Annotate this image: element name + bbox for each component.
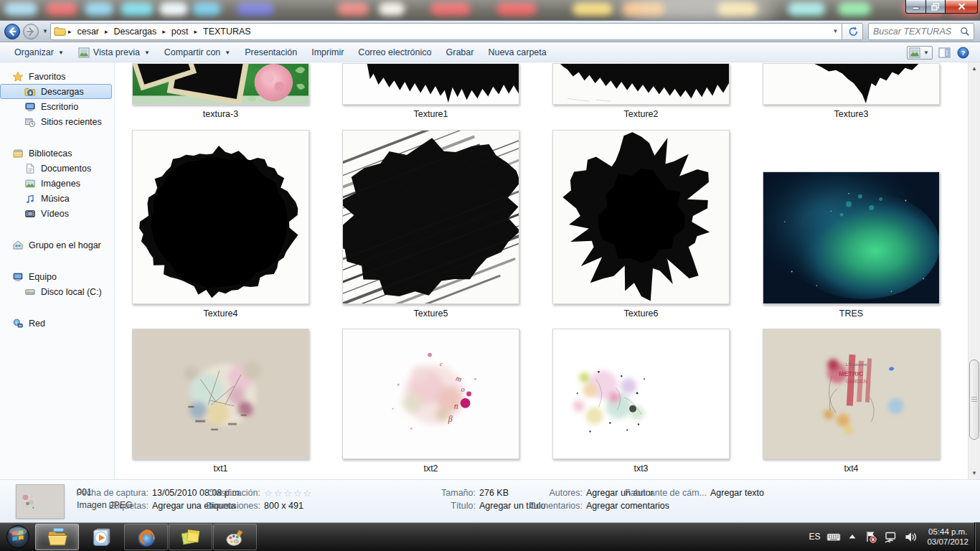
search-icon[interactable] [956, 24, 974, 39]
file-thumbnail-texture6[interactable] [552, 130, 730, 304]
file-label-texture1[interactable]: Texture1 [342, 108, 519, 120]
scrollbar-thumb[interactable] [969, 359, 979, 440]
address-dropdown-icon[interactable]: ▼ [829, 24, 842, 39]
show-desktop-button[interactable] [974, 522, 980, 551]
sidebar-item-sitios-recientes[interactable]: Sitios recientes [0, 114, 112, 129]
file-label-texture6[interactable]: Texture6 [552, 308, 730, 319]
back-button[interactable] [4, 23, 21, 40]
sidebar-item-equipo[interactable]: Equipo [0, 269, 114, 284]
file-thumbnail-txt1[interactable] [132, 329, 309, 459]
toolbar-item-grabar[interactable]: Grabar [439, 44, 481, 60]
taskbar-clock[interactable]: 05:44 p.m. 03/07/2012 [924, 527, 971, 547]
breadcrumb-arrow-icon[interactable]: ▸ [160, 28, 168, 35]
toolbar-item-nueva-carpeta[interactable]: Nueva carpeta [481, 44, 553, 60]
taskbar-app-sticky-notes[interactable] [169, 524, 212, 550]
clock-date: 03/07/2012 [927, 537, 969, 547]
file-label-textura-3[interactable]: textura-3 [132, 108, 309, 120]
preview-pane-button[interactable] [938, 47, 951, 59]
sidebar-item-label: Red [29, 319, 45, 329]
toolbar-item-imprimir[interactable]: Imprimir [304, 44, 351, 60]
sidebar-item-descargas[interactable]: Descargas [0, 84, 112, 99]
volume-icon[interactable] [904, 531, 918, 543]
window-controls [905, 0, 978, 14]
toolbar-item-presentacion[interactable]: Presentación [237, 44, 304, 60]
search-input[interactable] [869, 27, 956, 37]
history-dropdown-icon[interactable]: ▼ [40, 28, 50, 34]
restore-button[interactable] [926, 0, 946, 14]
taskbar-app-wmp[interactable] [80, 524, 123, 550]
file-thumbnail-texture3[interactable] [763, 63, 940, 105]
taskbar-app-firefox[interactable] [124, 524, 168, 550]
close-button[interactable] [946, 0, 978, 14]
show-hidden-icons-icon[interactable] [847, 532, 857, 541]
breadcrumb-arrow-icon[interactable]: ▸ [103, 28, 110, 35]
breadcrumb-segment-texturas[interactable]: TEXTURAS [199, 24, 255, 39]
details-field-value[interactable]: 800 x 491 [264, 501, 303, 511]
file-label-tres[interactable]: TRES [763, 308, 940, 319]
sidebar-item-imagenes[interactable]: Imágenes [0, 176, 112, 191]
refresh-button[interactable] [842, 23, 863, 40]
forward-button[interactable] [22, 23, 39, 40]
sidebar-item-grupo-en-el-hogar[interactable]: Grupo en el hogar [0, 237, 114, 253]
sidebar-item-escritorio[interactable]: Escritorio [0, 99, 112, 114]
language-indicator[interactable]: ES [809, 532, 820, 542]
sidebar-item-disco-local-c[interactable]: Disco local (C:) [0, 284, 112, 299]
breadcrumb[interactable]: ▸cesar▸Descargas▸post▸TEXTURAS ▼ [50, 23, 842, 40]
minimize-button[interactable] [905, 0, 926, 14]
rating-stars[interactable]: ☆☆☆☆☆ [264, 488, 313, 499]
toolbar-item-organizar[interactable]: Organizar▼ [7, 44, 71, 60]
file-thumbnail-txt3[interactable] [552, 329, 730, 459]
file-thumbnail-txt4[interactable]: L'EconomeMETRICGARDEN [763, 329, 940, 459]
start-button[interactable] [1, 522, 34, 551]
toolbar-item-vista-previa[interactable]: Vista previa▼ [71, 44, 157, 61]
file-thumbnail-texture2[interactable] [552, 63, 730, 105]
file-label-texture5[interactable]: Texture5 [342, 308, 519, 319]
taskbar-app-paint[interactable] [213, 524, 257, 550]
file-thumbnail-texture1[interactable] [342, 63, 519, 105]
change-view-button[interactable]: ▼ [907, 46, 933, 60]
file-label-txt3[interactable]: txt3 [552, 463, 730, 474]
scroll-up-icon[interactable]: ▲ [969, 62, 980, 75]
sidebar-item-red[interactable]: Red [0, 316, 114, 331]
file-label-texture2[interactable]: Texture2 [552, 108, 730, 120]
sidebar-item-musica[interactable]: Música [0, 191, 112, 206]
details-field-value[interactable]: Agregar comentarios [586, 501, 669, 511]
file-label-texture3[interactable]: Texture3 [763, 108, 940, 120]
taskbar-app-explorer[interactable] [35, 524, 79, 550]
sidebar-item-documentos[interactable]: Documentos [0, 161, 112, 176]
breadcrumb-arrow-icon[interactable]: ▸ [66, 28, 74, 35]
sidebar-item-favoritos[interactable]: Favoritos [0, 69, 114, 84]
disk-icon [24, 286, 36, 298]
toolbar-item-compartir-con[interactable]: Compartir con▼ [157, 44, 237, 60]
breadcrumb-segment-descargas[interactable]: Descargas [110, 24, 161, 39]
svg-text:L'Econome: L'Econome [846, 362, 867, 367]
help-button[interactable]: ? [956, 46, 970, 60]
toolbar-item-correo-electronico[interactable]: Correo electrónico [351, 44, 438, 60]
file-thumbnail-textura-3[interactable] [132, 63, 309, 105]
network-tray-icon[interactable] [884, 531, 897, 543]
details-field-value[interactable]: Agregar texto [710, 488, 764, 498]
breadcrumb-segment-cesar[interactable]: cesar [73, 24, 103, 39]
scroll-down-icon[interactable]: ▼ [969, 467, 980, 479]
navigation-pane: FavoritosDescargasEscritorioSitios recie… [0, 62, 115, 479]
breadcrumb-arrow-icon[interactable]: ▸ [192, 28, 199, 35]
file-thumbnail-tres[interactable] [763, 171, 940, 304]
keyboard-icon[interactable] [826, 530, 841, 543]
file-label-texture4[interactable]: Texture4 [132, 308, 309, 319]
toolbar-item-label: Nueva carpeta [488, 47, 546, 57]
breadcrumb-segment-post[interactable]: post [168, 24, 192, 39]
sidebar-item-bibliotecas[interactable]: Bibliotecas [0, 146, 114, 161]
file-label-txt4[interactable]: txt4 [763, 463, 940, 474]
svg-text:METRIC: METRIC [839, 370, 864, 377]
file-thumbnail-texture4[interactable] [132, 130, 309, 304]
sidebar-item-label: Documentos [41, 164, 91, 174]
file-label-txt1[interactable]: txt1 [132, 463, 309, 474]
vertical-scrollbar[interactable]: ▲ ▼ [968, 62, 980, 479]
file-thumbnail-txt2[interactable]: monβc [342, 329, 519, 459]
file-label-txt2[interactable]: txt2 [342, 463, 519, 474]
sidebar-section-favoritos: FavoritosDescargasEscritorioSitios recie… [0, 69, 114, 129]
chevron-down-icon: ▼ [225, 50, 230, 56]
action-center-icon[interactable] [864, 530, 877, 543]
sidebar-item-videos[interactable]: Vídeos [0, 206, 112, 221]
file-thumbnail-texture5[interactable] [342, 130, 519, 304]
